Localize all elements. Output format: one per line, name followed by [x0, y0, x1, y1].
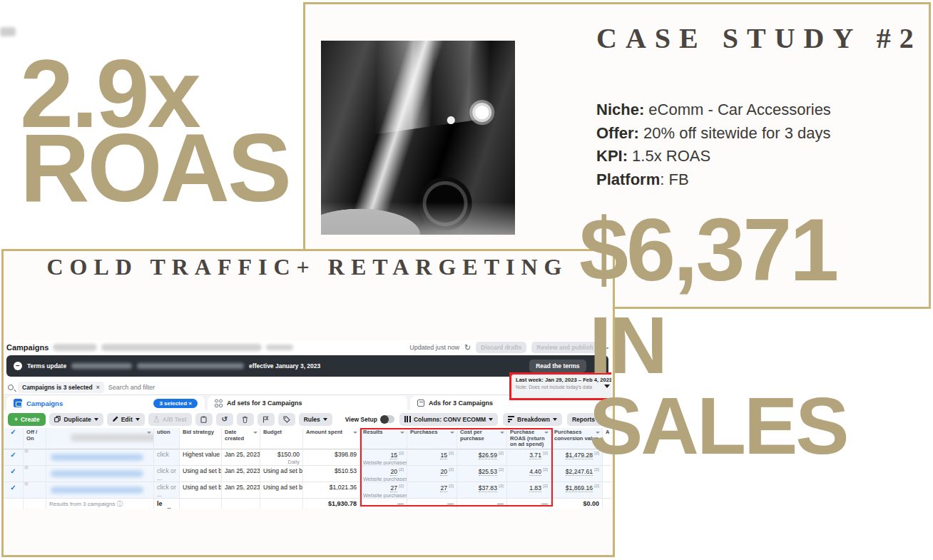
columns-icon — [404, 416, 411, 422]
sort-icon — [147, 432, 151, 434]
table-header-row: ✓ Off / On ution Bid strategy Date creat… — [4, 428, 611, 449]
filter-chip[interactable]: Campaigns is 3 selected × — [18, 382, 104, 393]
amount-cell: $398.89 — [306, 451, 357, 458]
table-toolbar: + Create Duplicate Edit A/B Test ↺ — [4, 411, 611, 427]
tab-campaigns[interactable]: Campaigns 3 selected × — [6, 396, 205, 410]
remove-filter-icon[interactable]: × — [96, 384, 100, 391]
redacted-account-menu[interactable] — [101, 344, 262, 351]
totals-label: Results from 3 campaigns ⓘ — [46, 499, 154, 509]
sort-icon — [400, 432, 404, 434]
purchases-cell: 20 [2] — [410, 467, 454, 475]
row-checkbox[interactable]: ✓ — [6, 451, 20, 459]
totals-cost: — — [460, 500, 504, 507]
col-budget[interactable]: Budget — [260, 428, 303, 449]
budget-cell: Using ad set bu... — [263, 484, 300, 491]
rules-button[interactable]: Rules — [299, 413, 332, 426]
discard-drafts-button[interactable]: Discard drafts — [476, 342, 526, 353]
col-campaign-name[interactable] — [46, 428, 154, 449]
redacted-control — [266, 345, 293, 350]
bid-cell: Using ad set bid... — [183, 467, 218, 474]
row-checkbox[interactable]: ✓ — [6, 484, 20, 492]
purchases-cell: 15 [2] — [410, 451, 454, 459]
table-row[interactable]: ✓ click or ... Using ad set bid... Jan 2… — [4, 466, 611, 482]
create-button[interactable]: + Create — [8, 413, 46, 426]
col-purchases[interactable]: Purchases — [407, 428, 457, 449]
view-setup-toggle[interactable] — [380, 415, 394, 423]
roas-headline: 2.9x ROAS — [20, 57, 290, 205]
col-amount-spent[interactable]: Amount spent — [303, 428, 360, 449]
duplicate-button[interactable]: Duplicate — [49, 413, 103, 426]
detail-platform: Platform: FB — [596, 168, 831, 192]
results-cell: 27 [2] — [363, 484, 404, 492]
collapse-icon[interactable]: − — [14, 362, 22, 370]
col-cost-per-purchase[interactable]: Cost per purchase — [457, 428, 507, 449]
info-icon: ⓘ — [117, 501, 123, 507]
totals-roas: — — [510, 500, 548, 507]
row-checkbox[interactable]: ✓ — [6, 467, 20, 475]
conv-value-cell: $1,869.16 [2] — [554, 484, 599, 492]
view-setup-label: View Setup — [345, 415, 394, 423]
date-cell: Jan 25, 2023 — [225, 467, 257, 474]
flag-button[interactable] — [258, 413, 275, 426]
sort-icon — [450, 432, 454, 434]
delete-button[interactable] — [237, 413, 254, 426]
redacted-account — [53, 344, 97, 351]
caret-down-icon — [553, 418, 557, 421]
flag-icon — [262, 416, 269, 423]
caret-down-icon — [136, 418, 140, 421]
car-photo — [321, 41, 515, 235]
redacted-campaign-name[interactable] — [51, 487, 143, 494]
sales-label: IN SALES — [589, 305, 933, 467]
edit-button[interactable]: Edit — [107, 413, 145, 426]
caret-down-icon — [489, 418, 493, 421]
breakdown-button[interactable]: Breakdown — [503, 413, 562, 426]
col-attribution[interactable]: ution — [154, 428, 180, 449]
ab-test-button[interactable]: A/B Test — [148, 413, 192, 426]
terms-banner-lead: Terms update — [27, 362, 66, 370]
col-results[interactable]: Results — [360, 428, 407, 449]
campaigns-table: ✓ Off / On ution Bid strategy Date creat… — [4, 428, 611, 509]
date-cell: Jan 25, 2023 — [225, 451, 257, 458]
case-details: Niche: eComm - Car Accessories Offer: 20… — [596, 98, 831, 191]
attribution-cell: click or ... — [154, 466, 180, 482]
col-date-created[interactable]: Date created — [222, 428, 260, 449]
table-row[interactable]: ✓ click Highest value Jan 25, 2023 $150.… — [4, 449, 611, 466]
columns-button[interactable]: Columns: CONV ECOMM — [399, 413, 498, 426]
ads-manager-top-bar: Campaigns Updated just now ↻ Discard dra… — [4, 340, 611, 355]
attribution-cell: click or ... — [154, 482, 180, 499]
trash-icon — [242, 416, 248, 423]
tab-ad-sets[interactable]: Ad sets for 3 Campaigns — [208, 396, 407, 410]
purchases-cell: 27 [2] — [410, 484, 454, 492]
read-terms-button[interactable]: Read the terms — [529, 360, 586, 372]
col-off-on: Off / On — [24, 428, 46, 449]
page-title: CASE STUDY #2 — [596, 21, 922, 55]
budget-cell: $150.00 — [263, 451, 300, 458]
redacted-campaign-name[interactable] — [51, 470, 143, 477]
selected-count-badge[interactable]: 3 selected × — [153, 399, 198, 408]
col-purchase-roas[interactable]: Purchase ROAS (return on ad spend) — [507, 428, 551, 449]
totals-purchases: — — [410, 500, 454, 507]
plus-icon: + — [14, 416, 18, 423]
select-all-checkbox[interactable]: ✓ — [6, 429, 20, 436]
amount-cell: $1,021.36 — [306, 484, 357, 491]
table-row[interactable]: ✓ click or ... Using ad set bid... Jan 2… — [4, 482, 611, 499]
bid-cell: Highest value — [183, 451, 218, 458]
beaker-icon — [153, 416, 160, 422]
clipboard-icon — [200, 416, 207, 423]
col-bid-strategy[interactable]: Bid strategy — [180, 428, 222, 449]
undo-button[interactable]: ↺ — [216, 413, 233, 426]
roas-label: ROAS — [20, 131, 290, 205]
pin-button[interactable] — [195, 413, 213, 426]
sort-icon — [500, 432, 504, 434]
search-input[interactable] — [108, 384, 251, 391]
redacted-campaign-name[interactable] — [51, 454, 143, 461]
tag-icon — [283, 416, 290, 423]
cost-cell: $37.83 [2] — [460, 484, 504, 492]
tag-button[interactable] — [278, 413, 295, 426]
review-publish-button[interactable]: Review and publish — [531, 342, 598, 353]
totals-conv-value: $0.00 — [554, 500, 599, 507]
totals-attribution: le attrib... — [154, 499, 180, 509]
refresh-icon[interactable]: ↻ — [464, 343, 471, 352]
redacted-smudge — [0, 27, 16, 36]
date-cell: Jan 25, 2023 — [225, 484, 257, 491]
